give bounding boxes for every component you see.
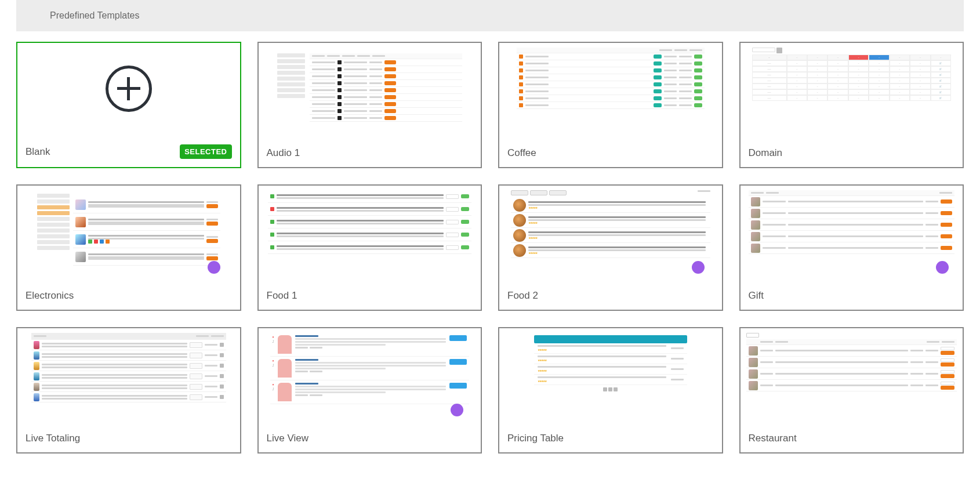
template-label: Live Totaling: [26, 433, 80, 444]
template-label: Food 1: [267, 290, 297, 302]
template-card-food2[interactable]: ★★★★★ ★★★★★ ★★★★★ ★★★★★ Food 2: [498, 184, 723, 311]
plus-icon: [106, 66, 152, 112]
template-card-liveview[interactable]: ♥⤴ ♥⤴ ♥⤴ Live View: [257, 327, 482, 454]
template-preview: [499, 43, 722, 142]
template-label: Blank: [26, 146, 50, 158]
template-card-electronics[interactable]: Electronics: [16, 184, 241, 311]
template-card-livetotaling[interactable]: Live Totaling: [16, 327, 241, 454]
template-label: Restaurant: [749, 433, 797, 444]
template-label: Electronics: [26, 290, 74, 302]
template-label: Audio 1: [267, 147, 300, 159]
template-card-restaurant[interactable]: Restaurant: [739, 327, 964, 454]
template-preview: [741, 328, 963, 427]
template-preview: —––– ––––– ——–––––––🛒 ——–––––––🛒 ——–––––…: [741, 43, 963, 142]
section-header: Predefined Templates: [16, 0, 964, 31]
template-card-gift[interactable]: Gift: [739, 184, 964, 311]
template-label: Live View: [267, 433, 308, 444]
template-preview: [741, 186, 963, 284]
section-title: Predefined Templates: [50, 10, 139, 20]
template-preview: ★★★★★ ★★★★★ ★★★★★ ★★★★★: [499, 328, 722, 427]
template-preview: [17, 43, 240, 139]
template-preview: [259, 186, 481, 284]
template-card-coffee[interactable]: Coffee: [498, 42, 723, 168]
template-card-domain[interactable]: —––– ––––– ——–––––––🛒 ——–––––––🛒 ——–––––…: [739, 42, 964, 168]
template-card-food1[interactable]: Food 1: [257, 184, 482, 311]
template-label: Domain: [749, 147, 783, 159]
template-preview: ★★★★★ ★★★★★ ★★★★★ ★★★★★: [499, 186, 722, 284]
template-label: Coffee: [507, 147, 536, 159]
template-label: Pricing Table: [507, 433, 564, 444]
template-preview: ♥⤴ ♥⤴ ♥⤴: [259, 328, 481, 427]
template-card-pricingtable[interactable]: ★★★★★ ★★★★★ ★★★★★ ★★★★★ Pricing Table: [498, 327, 723, 454]
template-grid: Blank SELECTED: [0, 31, 980, 470]
template-preview: [17, 186, 240, 284]
template-label: Food 2: [507, 290, 538, 302]
template-card-audio1[interactable]: Audio 1: [257, 42, 482, 168]
selected-badge: SELECTED: [180, 144, 231, 159]
template-card-blank[interactable]: Blank SELECTED: [16, 42, 241, 168]
template-preview: [259, 43, 481, 142]
template-label: Gift: [749, 290, 764, 302]
template-preview: [17, 328, 240, 427]
